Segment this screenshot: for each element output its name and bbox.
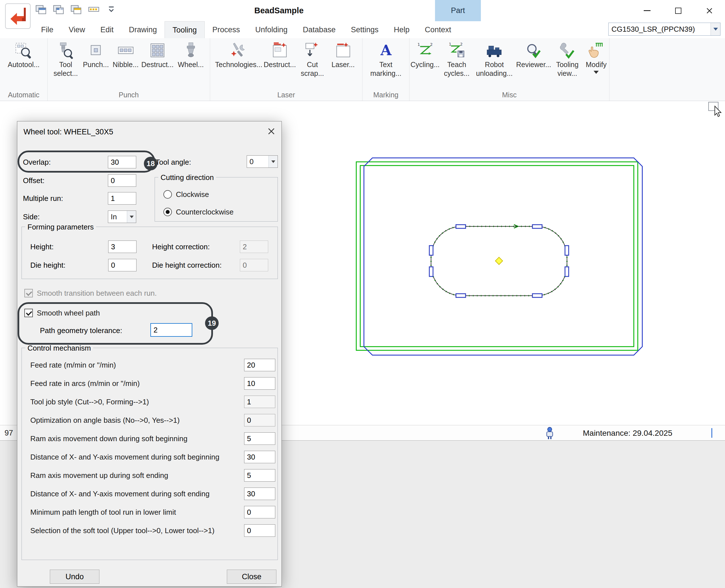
destruct-grid-icon [149, 42, 166, 59]
app-logo-icon [8, 6, 28, 26]
save-copy-icon[interactable] [52, 3, 65, 18]
control-row: Feed rate in arcs (m/min or "/min) [26, 377, 275, 390]
qat-customize-icon[interactable] [105, 3, 118, 18]
checkbox-checked-icon [24, 289, 33, 297]
tooling-view-icon [559, 42, 576, 59]
feed-rate-input[interactable] [244, 359, 275, 371]
save-window-icon[interactable] [70, 3, 83, 18]
die-height-input[interactable] [108, 259, 137, 271]
tool-job-style-input[interactable] [244, 396, 275, 408]
forming-parameters-group: Forming parameters Height: Height correc… [22, 227, 278, 279]
tab-settings[interactable]: Settings [343, 21, 386, 38]
die-height-correction-label: Die height correction: [152, 260, 222, 270]
window-close-button[interactable] [694, 0, 725, 21]
wheel-button[interactable]: Wheel... [175, 41, 207, 70]
multiple-run-input[interactable] [108, 192, 136, 205]
tab-edit[interactable]: Edit [93, 21, 121, 38]
counterclockwise-radio[interactable]: Counterclockwise [163, 207, 234, 217]
height-correction-label: Height correction: [152, 241, 210, 252]
counterclockwise-label: Counterclockwise [176, 208, 234, 216]
feed-rate-arcs-input[interactable] [244, 377, 275, 390]
control-mechanism-group: Control mechanism Feed rate (m/min or "/… [22, 348, 278, 560]
group-label-laser: Laser [210, 91, 362, 101]
part-drawing [356, 154, 647, 366]
tool-select-button[interactable]: Tool select... [51, 41, 81, 78]
tab-file[interactable]: File [34, 21, 61, 38]
svg-text:1: 1 [418, 42, 420, 47]
tab-unfolding[interactable]: Unfolding [247, 21, 295, 38]
close-icon [706, 7, 713, 15]
text-marking-button[interactable]: A Text marking... [364, 41, 407, 78]
cutting-direction-group: Cutting direction Clockwise Counterclock… [155, 177, 278, 222]
tab-help[interactable]: Help [386, 21, 417, 38]
cycling-button[interactable]: 12 Cycling... [409, 41, 441, 70]
machine-select[interactable]: CG1530_LSR_(PPCN39) [608, 23, 721, 36]
path-tolerance-input[interactable] [150, 323, 192, 337]
ram-up-soft-ending-input[interactable] [244, 469, 275, 482]
svg-text:A: A [380, 42, 392, 59]
tooling-view-button[interactable]: Tooling view... [551, 41, 583, 78]
destruct-laser-button[interactable]: Destruct... [263, 41, 297, 70]
cut-scrap-button[interactable]: Cut scrap... [297, 41, 328, 78]
tab-drawing[interactable]: Drawing [121, 21, 164, 38]
tool-angle-value: 0 [247, 155, 268, 168]
app-logo[interactable] [5, 3, 31, 29]
tool-angle-combo[interactable]: 0 [247, 155, 278, 168]
clockwise-radio[interactable]: Clockwise [163, 189, 209, 200]
tab-context[interactable]: Context [417, 21, 459, 38]
xy-distance-soft-beginning-input[interactable] [244, 451, 275, 463]
group-label-punch: Punch [47, 91, 210, 101]
smooth-transition-label: Smooth transition between each run. [37, 289, 157, 298]
punch-icon [87, 42, 105, 59]
robot-unloading-button[interactable]: Robot unloading... [473, 41, 516, 78]
modify-button[interactable]: Modify [583, 41, 609, 75]
sheet-outline-blue [364, 158, 642, 355]
part-tab[interactable]: Part [435, 0, 481, 21]
mini-toolbar-icon[interactable] [87, 3, 100, 18]
side-combo[interactable]: In [108, 211, 136, 223]
undo-button[interactable]: Undo [50, 570, 99, 584]
dialog-close-button[interactable] [264, 125, 278, 138]
quick-access-toolbar [35, 3, 118, 18]
control-row-label: Minimum path length of tool run in lower… [30, 506, 176, 518]
punch-button[interactable]: Punch... [81, 41, 111, 70]
height-input[interactable] [108, 240, 137, 253]
radio-checked-icon [163, 208, 172, 216]
control-row-label: Tool job style (Cut-->0, Forming-->1) [30, 396, 149, 408]
height-label: Height: [30, 241, 54, 252]
destruct-punch-button[interactable]: Destruct... [140, 41, 175, 70]
tab-process[interactable]: Process [205, 21, 248, 38]
tab-database[interactable]: Database [295, 21, 343, 38]
offset-input[interactable] [108, 174, 136, 187]
ram-down-soft-beginning-input[interactable] [244, 433, 275, 445]
control-row: Tool job style (Cut-->0, Forming-->1) [26, 396, 275, 408]
control-row: Distance of X- and Y-axis movement durin… [26, 451, 275, 463]
control-row: Selection of the soft tool (Upper tool--… [26, 524, 275, 537]
soft-tool-selection-input[interactable] [244, 524, 275, 537]
overlap-input[interactable] [108, 156, 136, 168]
save-layers-icon[interactable] [35, 3, 47, 18]
min-path-length-input[interactable] [244, 506, 275, 518]
sheet-outline-green-inner [360, 166, 634, 346]
control-row: Minimum path length of tool run in lower… [26, 506, 275, 518]
tab-tooling[interactable]: Tooling [164, 21, 205, 38]
autotool-button[interactable]: Autotool... [2, 41, 45, 70]
close-button[interactable]: Close [227, 570, 276, 584]
ribbon-group-marking: A Text marking... Marking [363, 38, 409, 101]
minimize-icon [644, 10, 650, 11]
maximize-icon [675, 8, 681, 14]
control-row-label: Optimization on angle basis (No-->0, Yes… [30, 414, 180, 426]
maintenance-icon[interactable] [544, 427, 555, 442]
optimization-angle-input[interactable] [244, 414, 275, 426]
reviewer-button[interactable]: Reviewer... [516, 41, 551, 70]
technologies-button[interactable]: Technologies... [215, 41, 263, 70]
teach-cycles-button[interactable]: 12 Teach cycles... [441, 41, 473, 78]
nibble-button[interactable]: Nibble... [111, 41, 140, 70]
laser-button[interactable]: Laser... [328, 41, 358, 70]
smooth-wheel-path-checkbox[interactable]: Smooth wheel path [24, 308, 100, 318]
tab-view[interactable]: View [61, 21, 93, 38]
die-height-label: Die height: [30, 260, 65, 270]
minimize-button[interactable] [631, 0, 663, 21]
xy-distance-soft-ending-input[interactable] [244, 487, 275, 500]
maximize-button[interactable] [663, 0, 694, 21]
